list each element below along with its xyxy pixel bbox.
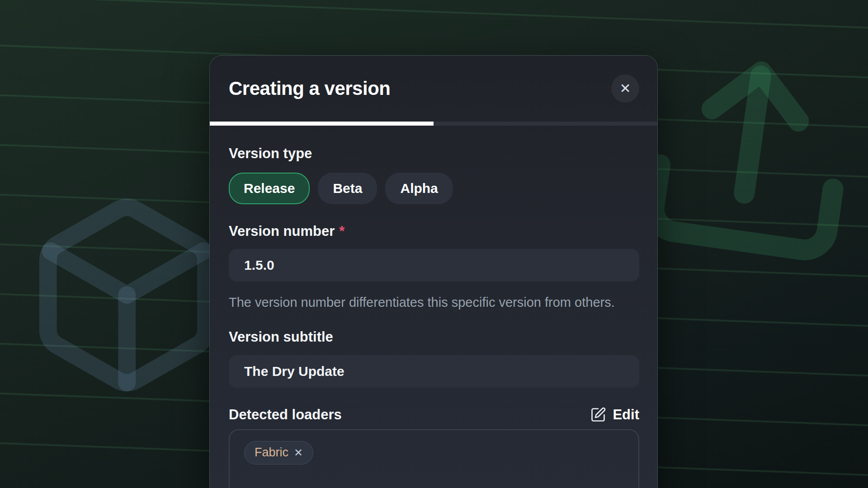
- square-pen-icon: [590, 407, 606, 423]
- edit-label: Edit: [613, 407, 639, 423]
- version-type-release-button[interactable]: Release: [229, 173, 310, 204]
- required-asterisk: *: [339, 223, 344, 239]
- version-type-options: Release Beta Alpha: [229, 173, 638, 204]
- version-subtitle-input[interactable]: [229, 355, 639, 388]
- remove-icon: ✕: [294, 446, 303, 459]
- screen: Creating a version ✕ Version type Releas…: [0, 0, 868, 488]
- progress-fill: [210, 122, 434, 126]
- edit-loaders-button[interactable]: Edit: [590, 407, 639, 423]
- modal-header: Creating a version ✕: [210, 56, 657, 122]
- detected-loaders-row: Detected loaders Edit: [229, 407, 639, 423]
- detected-loaders-box: Fabric ✕: [229, 429, 639, 488]
- close-icon: ✕: [619, 82, 631, 95]
- version-type-alpha-button[interactable]: Alpha: [385, 173, 453, 204]
- loader-chip-label: Fabric: [255, 446, 288, 460]
- version-type-beta-button[interactable]: Beta: [318, 173, 377, 204]
- modal-body: Version type Release Beta Alpha Version …: [210, 145, 657, 488]
- version-number-label-text: Version number: [229, 223, 335, 239]
- upload-arrow-icon: [651, 60, 848, 253]
- modal-title: Creating a version: [229, 78, 390, 99]
- create-version-modal: Creating a version ✕ Version type Releas…: [209, 55, 658, 488]
- version-type-label: Version type: [229, 145, 638, 162]
- version-number-help: The version number differentiates this s…: [229, 292, 636, 313]
- progress-bar: [210, 122, 657, 126]
- version-subtitle-label: Version subtitle: [229, 329, 638, 345]
- remove-loader-button[interactable]: ✕: [294, 447, 303, 458]
- loader-chip-fabric: Fabric ✕: [244, 441, 313, 465]
- package-cube-icon: [48, 207, 206, 383]
- version-number-input[interactable]: [229, 249, 639, 282]
- detected-loaders-label: Detected loaders: [229, 407, 342, 423]
- version-number-label: Version number*: [229, 223, 638, 239]
- close-button[interactable]: ✕: [611, 75, 639, 103]
